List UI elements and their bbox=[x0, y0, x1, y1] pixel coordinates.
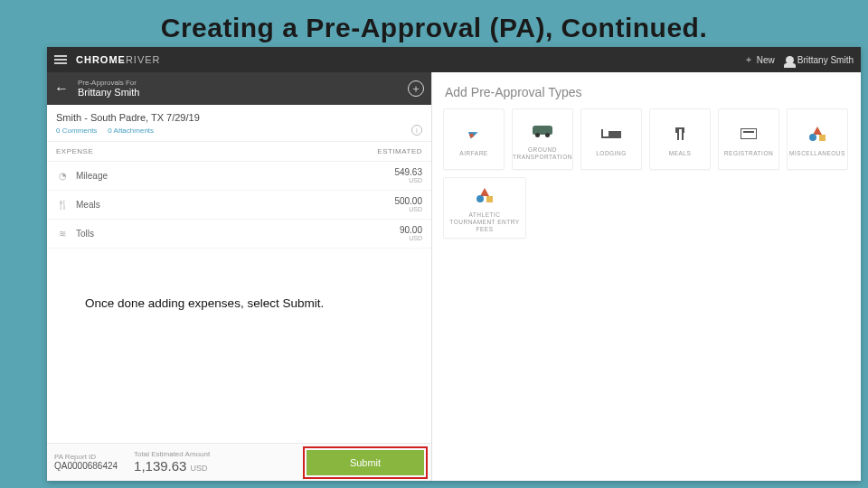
tile-label: LODGING bbox=[592, 150, 629, 157]
expense-currency: USD bbox=[400, 235, 422, 241]
col-expense: EXPENSE bbox=[56, 147, 93, 155]
clipboard-icon bbox=[741, 128, 757, 139]
user-name: Brittany Smith bbox=[797, 55, 854, 65]
expense-row-meals[interactable]: 🍴 Meals 500.00 USD bbox=[47, 191, 431, 220]
logo-text-light: RIVER bbox=[126, 54, 161, 65]
tile-grid: AIRFARE GROUND TRANSPORTATION LODGING ME… bbox=[443, 108, 850, 239]
total-label: Total Estimated Amount bbox=[134, 450, 210, 458]
plus-icon: ＋ bbox=[744, 53, 753, 66]
comments-link[interactable]: 0 Comments bbox=[56, 127, 97, 135]
logo-text-strong: CHROME bbox=[76, 54, 126, 65]
expense-row-tolls[interactable]: ≋ Tolls 90.00 USD bbox=[47, 220, 431, 249]
instruction-caption: Once done adding expenses, select Submit… bbox=[85, 296, 324, 310]
header-person: Brittany Smith bbox=[78, 87, 139, 98]
report-id-value: QA0000686424 bbox=[54, 461, 118, 472]
tile-airfare[interactable]: AIRFARE bbox=[443, 108, 505, 170]
person-icon bbox=[786, 56, 794, 64]
attachments-link[interactable]: 0 Attachments bbox=[108, 127, 154, 135]
info-icon[interactable]: i bbox=[411, 125, 422, 136]
expense-currency: USD bbox=[394, 177, 422, 183]
expense-label: Mileage bbox=[76, 171, 108, 181]
hamburger-icon[interactable] bbox=[54, 54, 67, 65]
header-subtitle: Pre-Approvals For bbox=[78, 80, 139, 88]
submit-highlight bbox=[303, 446, 428, 479]
utensils-icon bbox=[677, 127, 684, 140]
tile-label: GROUND TRANSPORTATION bbox=[509, 146, 576, 161]
app-logo: CHROMERIVER bbox=[76, 54, 161, 65]
utensils-icon: 🍴 bbox=[56, 199, 69, 211]
expense-amount: 549.63 bbox=[394, 168, 422, 177]
expense-row-mileage[interactable]: ◔ Mileage 549.63 USD bbox=[47, 162, 431, 191]
tile-miscellaneous[interactable]: MISCELLANEOUS bbox=[787, 108, 848, 170]
expense-amount: 500.00 bbox=[394, 197, 422, 206]
tile-lodging[interactable]: LODGING bbox=[580, 108, 642, 170]
right-pane: Add Pre-Approval Types AIRFARE GROUND TR… bbox=[432, 72, 861, 481]
report-id-label: PA Report ID bbox=[54, 453, 118, 461]
add-line-button[interactable]: ＋ bbox=[408, 80, 424, 97]
expense-header: EXPENSE ESTIMATED bbox=[47, 142, 431, 162]
expense-currency: USD bbox=[394, 206, 422, 212]
back-arrow-icon[interactable]: ← bbox=[54, 80, 69, 97]
left-footer: PA Report ID QA0000686424 Total Estimate… bbox=[47, 443, 431, 481]
tile-label: AIRFARE bbox=[456, 150, 491, 157]
left-pane: ← Pre-Approvals For Brittany Smith ＋ Smi… bbox=[47, 72, 432, 481]
left-header: ← Pre-Approvals For Brittany Smith ＋ bbox=[47, 72, 431, 105]
col-estimated: ESTIMATED bbox=[377, 147, 422, 155]
total-currency: USD bbox=[190, 464, 207, 473]
new-label: New bbox=[757, 55, 775, 65]
tile-label: REGISTRATION bbox=[721, 150, 777, 157]
right-pane-title: Add Pre-Approval Types bbox=[443, 81, 850, 108]
app-bar: CHROMERIVER ＋ New Brittany Smith bbox=[47, 47, 861, 72]
app-window: CHROMERIVER ＋ New Brittany Smith ← Pre-A… bbox=[47, 47, 861, 481]
speedometer-icon: ◔ bbox=[56, 170, 69, 183]
expense-label: Tolls bbox=[76, 229, 94, 239]
expense-label: Meals bbox=[76, 200, 100, 210]
tile-label: ATHLETIC TOURNAMENT ENTRY FEES bbox=[444, 211, 525, 232]
tile-meals[interactable]: MEALS bbox=[649, 108, 711, 170]
shapes-icon bbox=[476, 188, 493, 202]
tile-label: MEALS bbox=[665, 150, 695, 157]
plane-icon bbox=[468, 129, 479, 139]
shapes-icon bbox=[809, 127, 826, 141]
report-meta: 0 Comments 0 Attachments i bbox=[47, 125, 431, 142]
tile-label: MISCELLANEOUS bbox=[786, 150, 849, 157]
tile-ground-transport[interactable]: GROUND TRANSPORTATION bbox=[512, 108, 573, 170]
report-title: Smith - South Padre, TX 7/29/19 bbox=[47, 105, 431, 125]
bed-icon bbox=[601, 129, 621, 138]
car-icon bbox=[533, 126, 552, 135]
tile-athletic-tournament[interactable]: ATHLETIC TOURNAMENT ENTRY FEES bbox=[443, 177, 526, 239]
slide-title: Creating a Pre-Approval (PA), Continued. bbox=[0, 0, 868, 51]
road-icon: ≋ bbox=[56, 228, 69, 240]
user-menu[interactable]: Brittany Smith bbox=[786, 55, 854, 65]
new-button[interactable]: ＋ New bbox=[744, 53, 775, 66]
tile-registration[interactable]: REGISTRATION bbox=[718, 108, 779, 170]
total-value: 1,139.63 bbox=[134, 458, 186, 474]
expense-amount: 90.00 bbox=[400, 226, 422, 235]
